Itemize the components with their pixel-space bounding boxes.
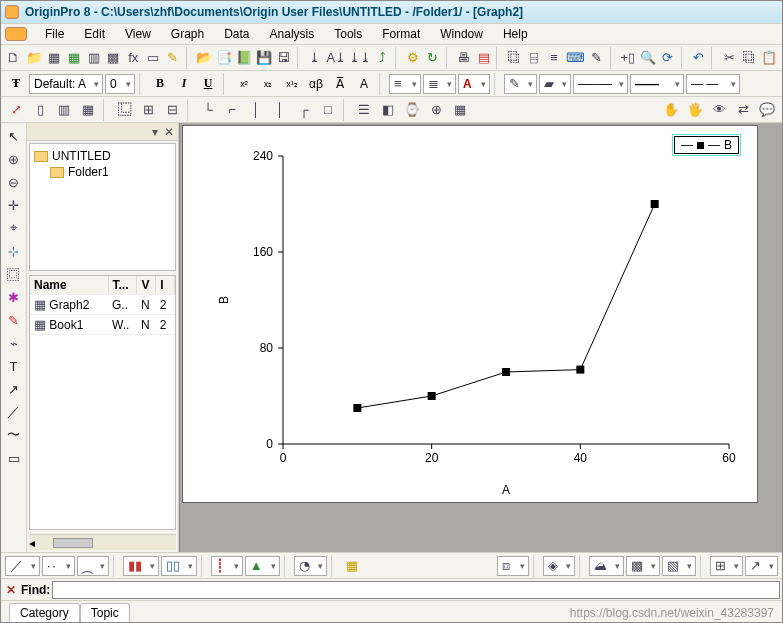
export-button[interactable]: ⤴: [373, 47, 391, 69]
pie-plot-combo[interactable]: ◔: [294, 556, 327, 576]
graph-canvas[interactable]: 1 —— B 0801602400204060AB: [180, 123, 782, 552]
template-plot-button[interactable]: ▦: [341, 555, 363, 577]
import-multi-button[interactable]: ⤓⤓: [349, 47, 371, 69]
new-matrix-button[interactable]: ▩: [104, 47, 122, 69]
supersub-button[interactable]: x¹₂: [281, 73, 303, 95]
pe-hscroll[interactable]: ◂: [29, 534, 176, 550]
menu-analysis[interactable]: Analysis: [260, 24, 325, 44]
arrange-button[interactable]: ⊞: [137, 99, 159, 121]
col-name[interactable]: Name: [30, 276, 108, 295]
menu-window[interactable]: Window: [430, 24, 493, 44]
vector-plot-combo[interactable]: ↗: [745, 556, 778, 576]
paste-button[interactable]: 📋: [760, 47, 778, 69]
axis-all-button[interactable]: □: [317, 99, 339, 121]
superscript-button[interactable]: x²: [233, 73, 255, 95]
greek-button[interactable]: αβ: [305, 73, 327, 95]
new-folder-button[interactable]: 📁: [25, 47, 43, 69]
drawdata-tool[interactable]: ✎: [3, 309, 25, 331]
pe-list[interactable]: Name T... V I ▦ Graph2 G.. N 2 ▦ Book1 W…: [29, 275, 176, 530]
legend-button[interactable]: ☰: [353, 99, 375, 121]
linecolor-combo[interactable]: ✎: [504, 74, 537, 94]
line-tool[interactable]: ／: [3, 401, 25, 423]
axis-b-button[interactable]: └: [197, 99, 219, 121]
polyline-tool[interactable]: 〜: [3, 424, 25, 446]
dup-button[interactable]: ⿻: [505, 47, 523, 69]
extract-button[interactable]: ▦: [77, 99, 99, 121]
surface-plot-combo[interactable]: ⛰: [589, 556, 624, 576]
rescale-button[interactable]: ⤢: [5, 99, 27, 121]
list-item[interactable]: ▦ Graph2 G.. N 2: [30, 295, 175, 315]
open-template-button[interactable]: 📑: [215, 47, 233, 69]
linewidth-combo[interactable]: ——: [630, 74, 684, 94]
new-excel-button[interactable]: ▦: [65, 47, 83, 69]
axis-l-button[interactable]: │: [245, 99, 267, 121]
align-combo[interactable]: ≡: [389, 74, 421, 94]
new-layout-button[interactable]: ▭: [144, 47, 162, 69]
screader-tool[interactable]: ⌖: [3, 217, 25, 239]
new-project-button[interactable]: 🗋: [5, 47, 23, 69]
cursor-tool[interactable]: ⊹: [3, 240, 25, 262]
mask-swap-button[interactable]: ⇄: [732, 99, 754, 121]
zoom-button[interactable]: 🔍: [639, 47, 657, 69]
mask-rem-button[interactable]: 🖐: [684, 99, 706, 121]
menu-data[interactable]: Data: [214, 24, 259, 44]
select-tool[interactable]: ⿴: [3, 263, 25, 285]
results-button[interactable]: ≡: [545, 47, 563, 69]
new-notes-button[interactable]: ✎: [164, 47, 182, 69]
col-type[interactable]: T...: [108, 276, 137, 295]
line-plot-combo[interactable]: ／: [5, 556, 40, 576]
graph-page[interactable]: —— B 0801602400204060AB: [182, 125, 758, 503]
linesym-plot-combo[interactable]: ⁔: [77, 556, 109, 576]
axis-t-button[interactable]: ┌: [293, 99, 315, 121]
font-name-combo[interactable]: Default: A: [29, 74, 103, 94]
copy-button[interactable]: ⿻: [740, 47, 758, 69]
tab-category[interactable]: Category: [9, 603, 80, 622]
new-graph-button[interactable]: ▥: [85, 47, 103, 69]
image-plot-combo[interactable]: ▧: [662, 556, 696, 576]
menu-file[interactable]: File: [35, 24, 74, 44]
find-close-button[interactable]: ✕: [3, 582, 19, 598]
layers-button[interactable]: ▥: [53, 99, 75, 121]
reader-tool[interactable]: ✛: [3, 194, 25, 216]
import-ascii-button[interactable]: A⤓: [326, 47, 348, 69]
wireframe-plot-combo[interactable]: ▩: [626, 556, 660, 576]
fontcolor-combo[interactable]: A: [458, 74, 490, 94]
code-button[interactable]: ⌨: [565, 47, 586, 69]
italic-button[interactable]: I: [173, 73, 195, 95]
stock-plot-combo[interactable]: ┋: [211, 556, 243, 576]
mask-mode-button[interactable]: 💬: [756, 99, 778, 121]
legend[interactable]: —— B: [674, 136, 739, 154]
dash-combo[interactable]: — —: [686, 74, 740, 94]
axis-bt-button[interactable]: ⌐: [221, 99, 243, 121]
fontinc-button[interactable]: A̅: [329, 73, 351, 95]
layer-button[interactable]: ▯: [29, 99, 51, 121]
fillcolor-combo[interactable]: ▰: [539, 74, 571, 94]
open-button[interactable]: 📂: [195, 47, 213, 69]
find-input[interactable]: [52, 581, 780, 599]
pe-dropdown-icon[interactable]: ▾: [152, 125, 158, 139]
save-template-button[interactable]: 🖫: [275, 47, 293, 69]
area-plot-combo[interactable]: ▲: [245, 556, 280, 576]
linestyle-combo[interactable]: ———: [573, 74, 628, 94]
xy-button[interactable]: ⊕: [425, 99, 447, 121]
recalc-button[interactable]: ↻: [424, 47, 442, 69]
fontdec-button[interactable]: A: [353, 73, 375, 95]
new-workbook-button[interactable]: ▦: [45, 47, 63, 69]
save-button[interactable]: 💾: [255, 47, 273, 69]
pe-button[interactable]: ⌸: [525, 47, 543, 69]
scatter-plot-combo[interactable]: ∙∙: [42, 556, 75, 576]
undo-button[interactable]: ↶: [690, 47, 708, 69]
zoomin-tool[interactable]: ⊕: [3, 148, 25, 170]
mask-tool[interactable]: ✱: [3, 286, 25, 308]
pe-close-icon[interactable]: ✕: [164, 125, 174, 139]
pe-tree[interactable]: UNTITLED Folder1: [29, 143, 176, 271]
mask-add-button[interactable]: ✋: [660, 99, 682, 121]
col-v[interactable]: V: [137, 276, 156, 295]
menu-help[interactable]: Help: [493, 24, 538, 44]
menu-view[interactable]: View: [115, 24, 161, 44]
text-tool[interactable]: T: [3, 355, 25, 377]
batch-button[interactable]: ⚙: [404, 47, 422, 69]
font-size-combo[interactable]: 0: [105, 74, 135, 94]
zoomout-tool[interactable]: ⊖: [3, 171, 25, 193]
underline-button[interactable]: U: [197, 73, 219, 95]
